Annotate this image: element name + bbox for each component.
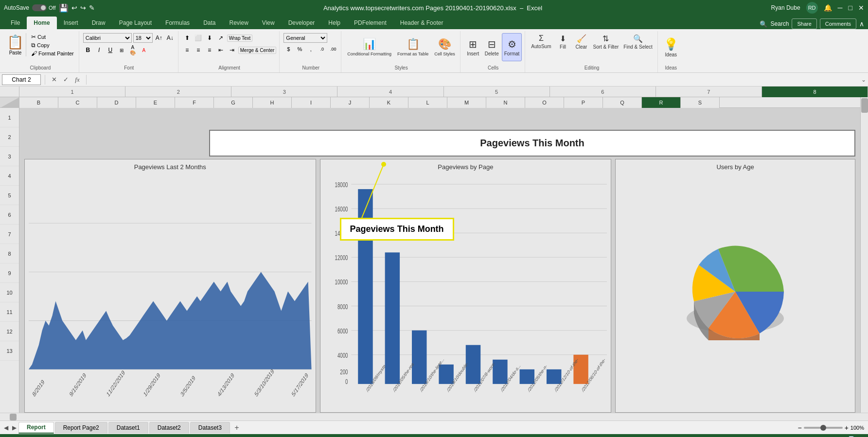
customize-icon[interactable]: ✎ bbox=[89, 4, 95, 12]
vertical-scrollbar[interactable] bbox=[860, 97, 868, 413]
fill-button[interactable]: ⬇ Fill bbox=[554, 33, 572, 51]
maximize-icon[interactable]: □ bbox=[849, 4, 852, 12]
search-icon[interactable]: 🔍 bbox=[760, 20, 767, 28]
percent-button[interactable]: % bbox=[295, 44, 304, 54]
row-header-3[interactable]: 3 bbox=[0, 147, 19, 166]
underline-button[interactable]: U bbox=[106, 45, 115, 55]
row-header-2[interactable]: 2 bbox=[0, 127, 19, 147]
increase-decimal-button[interactable]: .00 bbox=[328, 44, 338, 54]
col-header-l[interactable]: L bbox=[408, 97, 447, 108]
sheet-tab-dataset2[interactable]: Dataset2 bbox=[149, 422, 189, 434]
sheet-tab-report[interactable]: Report bbox=[18, 422, 54, 434]
sheet-tab-dataset1[interactable]: Dataset1 bbox=[108, 422, 148, 434]
chart-2-box[interactable]: Pageviews by Page bbox=[320, 159, 612, 413]
close-icon[interactable]: ✕ bbox=[858, 4, 864, 12]
row-header-12[interactable]: 12 bbox=[0, 322, 19, 341]
col-header-e[interactable]: E bbox=[136, 97, 175, 108]
autosave-toggle[interactable]: Off bbox=[32, 4, 55, 11]
tab-header-footer[interactable]: Header & Footer bbox=[393, 17, 450, 29]
col-header-s[interactable]: S bbox=[681, 97, 720, 108]
formula-expand-icon[interactable]: ⌄ bbox=[861, 76, 866, 83]
delete-button[interactable]: ⊟ Delete bbox=[483, 33, 501, 61]
format-painter-button[interactable]: 🖌 Format Painter bbox=[29, 50, 76, 57]
number-format-select[interactable]: General bbox=[283, 33, 327, 43]
col-header-b[interactable]: B bbox=[19, 97, 58, 108]
add-sheet-button[interactable]: + bbox=[231, 422, 243, 434]
comments-button[interactable]: Comments bbox=[820, 18, 856, 29]
enter-formula-button[interactable]: ✓ bbox=[61, 75, 71, 85]
bold-button[interactable]: B bbox=[83, 45, 93, 55]
collapse-ribbon-icon[interactable]: ∧ bbox=[859, 20, 864, 28]
orientation-button[interactable]: ↗ bbox=[216, 33, 226, 43]
clear-button[interactable]: 🧹 Clear bbox=[573, 33, 590, 51]
col-header-n[interactable]: N bbox=[486, 97, 525, 108]
format-button[interactable]: ⚙ Format bbox=[502, 33, 522, 61]
row-header-5[interactable]: 5 bbox=[0, 186, 19, 205]
tab-draw[interactable]: Draw bbox=[85, 17, 112, 29]
increase-font-button[interactable]: A↑ bbox=[154, 33, 164, 43]
tab-view[interactable]: View bbox=[255, 17, 282, 29]
sheet-scroll-right-icon[interactable]: ▶ bbox=[10, 424, 18, 431]
insert-button[interactable]: ⊞ Insert bbox=[464, 33, 482, 61]
font-size-select[interactable]: 18 bbox=[133, 33, 153, 43]
align-bottom-button[interactable]: ⬇ bbox=[205, 33, 214, 43]
increase-indent-button[interactable]: ⇥ bbox=[227, 45, 237, 55]
col-header-f[interactable]: F bbox=[175, 97, 214, 108]
autosave-toggle-switch[interactable] bbox=[32, 4, 47, 11]
col-header-c[interactable]: C bbox=[58, 97, 97, 108]
undo-icon[interactable]: ↩ bbox=[71, 4, 77, 12]
col-header-r[interactable]: R bbox=[642, 97, 681, 108]
tab-file[interactable]: File bbox=[4, 17, 27, 29]
comma-button[interactable]: , bbox=[306, 44, 316, 54]
cut-button[interactable]: ✂ Cut bbox=[29, 33, 76, 41]
find-select-button[interactable]: 🔍 Find & Select bbox=[621, 33, 654, 51]
border-button[interactable]: ⊞ bbox=[117, 45, 126, 55]
row-header-6[interactable]: 6 bbox=[0, 205, 19, 225]
tab-page-layout[interactable]: Page Layout bbox=[112, 17, 159, 29]
merge-center-button[interactable]: Merge & Center bbox=[238, 47, 277, 54]
sheet-tab-report-page2[interactable]: Report Page2 bbox=[55, 422, 107, 434]
col-header-g[interactable]: G bbox=[214, 97, 253, 108]
row-header-4[interactable]: 4 bbox=[0, 166, 19, 186]
align-left-button[interactable]: ≡ bbox=[182, 45, 192, 55]
col-header-q[interactable]: Q bbox=[603, 97, 642, 108]
col-header-j[interactable]: J bbox=[331, 97, 370, 108]
col-header-m[interactable]: M bbox=[447, 97, 486, 108]
copy-button[interactable]: ⧉ Copy bbox=[29, 41, 76, 49]
tab-home[interactable]: Home bbox=[27, 17, 56, 29]
align-top-button[interactable]: ⬆ bbox=[182, 33, 192, 43]
sheet-tab-dataset3[interactable]: Dataset3 bbox=[190, 422, 230, 434]
currency-button[interactable]: $ bbox=[283, 44, 293, 54]
name-box[interactable] bbox=[2, 74, 41, 85]
share-button[interactable]: Share bbox=[792, 18, 816, 29]
col-header-i[interactable]: I bbox=[292, 97, 331, 108]
conditional-formatting-button[interactable]: 📊 Conditional Formatting bbox=[345, 33, 393, 61]
ribbon-display-icon[interactable]: 🔔 bbox=[824, 4, 832, 12]
scrollbar-thumb-v[interactable] bbox=[861, 98, 868, 113]
row-header-7[interactable]: 7 bbox=[0, 225, 19, 244]
zoom-slider[interactable] bbox=[804, 427, 843, 429]
paste-button[interactable]: 📋 Paste bbox=[5, 33, 26, 56]
chart-1-box[interactable]: Pageviews Last 2 Months 8/2019 bbox=[24, 159, 316, 413]
scrollbar-thumb-h[interactable] bbox=[10, 414, 17, 420]
redo-icon[interactable]: ↪ bbox=[80, 4, 86, 12]
col-header-h[interactable]: H bbox=[253, 97, 292, 108]
minimize-icon[interactable]: ─ bbox=[838, 4, 843, 12]
header-title-box[interactable]: Pageviews This Month bbox=[209, 130, 855, 157]
insert-function-button[interactable]: fx bbox=[72, 75, 82, 85]
tab-review[interactable]: Review bbox=[222, 17, 255, 29]
align-middle-button[interactable]: ⬜ bbox=[194, 33, 203, 43]
row-header-1[interactable]: 1 bbox=[0, 108, 19, 127]
tab-data[interactable]: Data bbox=[196, 17, 222, 29]
decrease-indent-button[interactable]: ⇤ bbox=[216, 45, 226, 55]
zoom-in-icon[interactable]: + bbox=[845, 424, 849, 432]
col-header-o[interactable]: O bbox=[525, 97, 564, 108]
row-header-11[interactable]: 11 bbox=[0, 302, 19, 322]
sort-filter-button[interactable]: ⇅ Sort & Filter bbox=[591, 33, 621, 51]
row-header-9[interactable]: 9 bbox=[0, 263, 19, 283]
sheet-scroll-left-icon[interactable]: ◀ bbox=[2, 424, 10, 431]
align-center-button[interactable]: ≡ bbox=[194, 45, 203, 55]
decrease-font-button[interactable]: A↓ bbox=[165, 33, 175, 43]
autosum-button[interactable]: Σ AutoSum bbox=[529, 33, 553, 50]
ideas-button[interactable]: 💡 Ideas bbox=[662, 33, 680, 61]
